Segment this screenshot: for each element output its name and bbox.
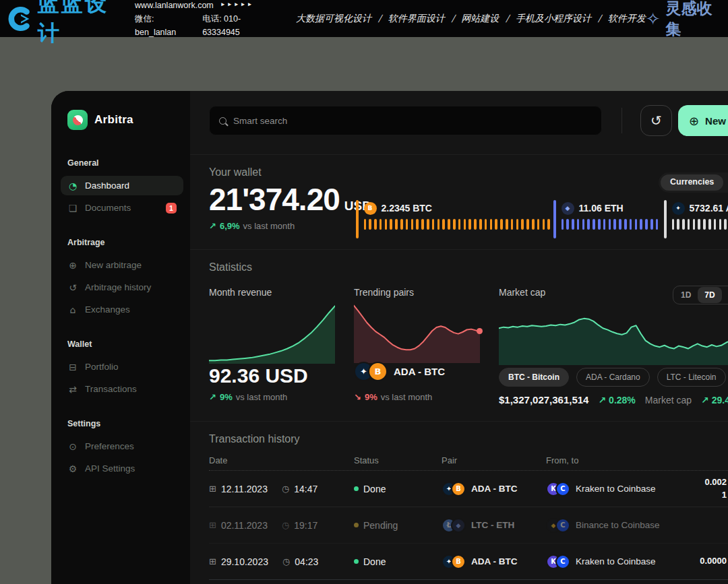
eth-icon: ◆	[451, 518, 466, 533]
lanlan-logo-icon	[8, 6, 34, 32]
ada-amount: 5732.61 ADA	[690, 203, 728, 214]
tab-currencies[interactable]: Currencies	[661, 174, 723, 191]
search-input[interactable]	[233, 116, 592, 126]
route-text: Kraken to Coinbase	[576, 484, 656, 494]
new-arbitrage-button[interactable]: ⊕ New arbitrage	[678, 105, 728, 136]
section-label-arbitrage: Arbitrage	[67, 238, 177, 247]
service-item[interactable]: 软件开发	[608, 13, 646, 25]
eth-divider	[553, 200, 556, 238]
pill-ada-cardano[interactable]: ADA - Cardano	[576, 368, 650, 387]
status-dot	[354, 523, 359, 527]
app-logo: Arbitra	[67, 110, 177, 130]
arbitra-logo-icon	[67, 110, 88, 130]
table-row[interactable]: ⊞ 02.11.2023 ◷ 19:17 Pending Ł ◆ LTC - E…	[209, 507, 728, 544]
coinbase-icon: C	[555, 482, 570, 496]
market-cap-chart	[499, 309, 728, 365]
search-bar[interactable]	[209, 106, 602, 135]
section-label-settings: Settings	[67, 419, 177, 428]
wallet-change: ↗ 6,9% vs last month	[209, 221, 295, 231]
timeframe-1d[interactable]: 1D	[674, 287, 698, 303]
table-row[interactable]: ⊞ 12.11.2023 ◷ 14:47 Done ✦ B ADA - BTC	[209, 471, 728, 507]
month-revenue-value: 92.36 USD	[209, 364, 308, 387]
sidebar-item-exchanges[interactable]: ⌂ Exchanges	[61, 300, 183, 319]
ada-bars	[672, 219, 728, 230]
document-icon: ❏	[67, 203, 78, 214]
market-cap-stats: $1,327,027,361,514 ↗ 0.28% Market cap ↗ …	[499, 394, 728, 405]
tx-amount: 0.0000	[700, 555, 728, 568]
tx-date: 12.11.2023	[221, 484, 268, 494]
tx-time: 14:47	[294, 484, 317, 494]
trending-change: ↘ 9% vs last month	[354, 392, 432, 402]
service-item[interactable]: 大数据可视化设计	[296, 13, 371, 25]
trending-pair: ✦ B ADA - BTC	[354, 362, 445, 381]
pill-ltc-litecoin[interactable]: LTC - Litecoin	[657, 368, 726, 387]
clock-icon: ◷	[282, 556, 290, 566]
tx-time: 19:17	[294, 520, 317, 531]
eth-bars	[562, 219, 659, 230]
sidebar-item-portfolio[interactable]: ⊟ Portfolio	[61, 357, 183, 377]
wallet-assets: B 2.2345 BTC ◆ 11.06 ETH	[356, 200, 728, 238]
market-cap-label: Market cap	[499, 287, 545, 298]
sidebar-item-api-settings[interactable]: ⚙ API Settings	[61, 459, 183, 478]
status-text: Done	[363, 556, 386, 567]
timeframe-switcher: 1D 7D 1M	[673, 286, 728, 304]
site-url[interactable]: www.lanlanwork.com	[135, 0, 214, 12]
sidebar-item-new-arbitrage[interactable]: ⊕ New arbitrage	[61, 255, 183, 275]
service-item[interactable]: 网站建设	[461, 13, 499, 25]
tx-date: 29.10.2023	[221, 556, 268, 567]
wallet-balance: 21'374.20 USD	[209, 181, 371, 218]
plus-circle-icon: ⊕	[689, 114, 699, 128]
timeframe-1m[interactable]: 1M	[722, 287, 728, 303]
tx-amount: 0.002 1	[704, 476, 728, 502]
tab-exchanges[interactable]: Exchanges	[723, 174, 728, 191]
status-text: Done	[363, 484, 386, 494]
clock-icon: ◷	[282, 520, 289, 530]
wallet-title: Your wallet	[209, 166, 262, 179]
col-from-to: From, to	[546, 455, 578, 465]
btc-icon: B	[368, 362, 388, 381]
dashboard-card: Arbitra General ◔ Dashboard ❏ Documents …	[51, 91, 728, 584]
down-arrow-icon: ↘	[354, 392, 361, 402]
inspiration-collect-button[interactable]: ✧ 灵感收集	[646, 0, 717, 40]
site-header: 蓝蓝设计 www.lanlanwork.com ►►►►► 微信: ben_la…	[0, 0, 728, 37]
wallet-tabs: Currencies Exchanges	[659, 172, 728, 193]
sidebar-item-arbitrage-history[interactable]: ↺ Arbitrage history	[61, 278, 183, 297]
transaction-history-title: Transaction history	[209, 433, 300, 445]
sidebar-item-documents[interactable]: ❏ Documents 1	[61, 198, 183, 218]
pill-btc-bitcoin[interactable]: BTC - Bitcoin	[499, 368, 569, 387]
bank-icon: ⌂	[67, 304, 78, 315]
search-icon	[219, 117, 226, 125]
chart-end-dot	[477, 328, 483, 334]
service-item[interactable]: 软件界面设计	[388, 13, 445, 25]
btc-amount: 2.2345 BTC	[382, 203, 432, 214]
col-pair: Pair	[442, 455, 457, 465]
history-rewind-icon: ↺	[650, 112, 662, 129]
site-wechat: 微信: ben_lanlan	[135, 12, 189, 39]
btc-icon: B	[451, 554, 466, 569]
sidebar-item-dashboard[interactable]: ◔ Dashboard	[61, 176, 183, 195]
sidebar: Arbitra General ◔ Dashboard ❏ Documents …	[51, 91, 190, 584]
main-content: ↺ ⊕ New arbitrage Your wallet Currencies…	[190, 91, 728, 584]
section-label-general: General	[67, 158, 177, 168]
history-button[interactable]: ↺	[640, 105, 672, 136]
service-item[interactable]: 手机及小程序设计	[516, 13, 591, 25]
statistics-title: Statistics	[209, 261, 252, 273]
coinbase-icon: C	[555, 554, 570, 569]
btc-icon: B	[364, 202, 377, 215]
timeframe-7d[interactable]: 7D	[698, 287, 721, 303]
calendar-icon: ⊞	[209, 520, 216, 530]
table-row[interactable]: ⊞ 29.10.2023 ◷ 04:23 Done ✦ B ADA - BTC	[209, 544, 728, 580]
route-text: Binance to Coinbase	[576, 520, 660, 530]
sidebar-item-transactions[interactable]: ⇄ Transactions	[61, 379, 183, 399]
screen: 蓝蓝设计 www.lanlanwork.com ►►►►► 微信: ben_la…	[0, 0, 728, 584]
btc-icon: B	[451, 482, 466, 496]
calendar-icon: ⊞	[209, 484, 216, 494]
route-text: Kraken to Coinbase	[576, 556, 656, 566]
month-revenue-label: Month revenue	[209, 287, 272, 298]
ada-icon: ✦	[672, 202, 685, 215]
section-label-wallet: Wallet	[67, 339, 177, 349]
tx-time: 04:23	[295, 556, 318, 567]
history-icon: ↺	[67, 282, 78, 293]
cap-value: $1,327,027,361,514	[499, 394, 588, 405]
sidebar-item-preferences[interactable]: ⊙ Preferences	[61, 436, 183, 456]
